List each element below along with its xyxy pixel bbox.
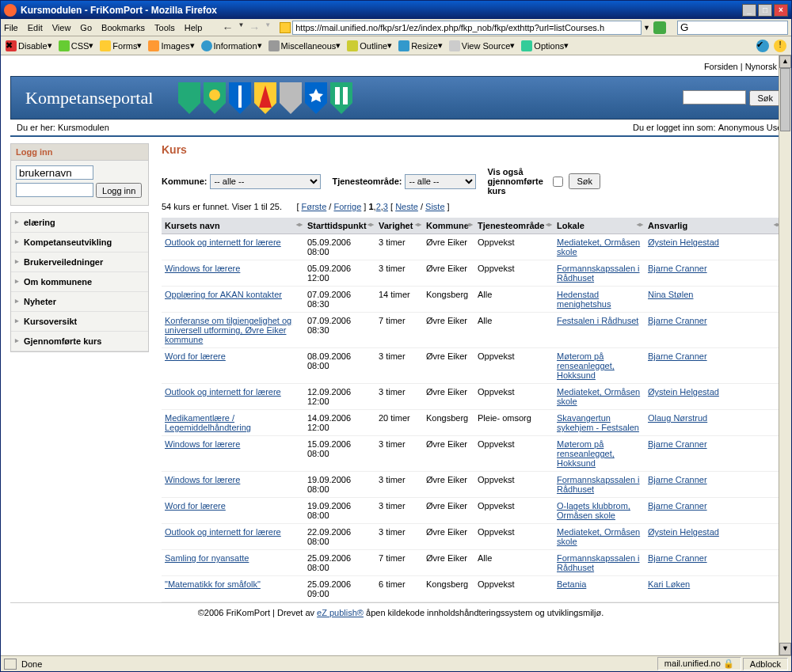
course-link[interactable]: Outlook og internett for lærere xyxy=(165,237,281,247)
scroll-thumb[interactable] xyxy=(780,68,790,131)
locale-link[interactable]: Festsalen i Rådhuset xyxy=(557,316,638,325)
menu-help[interactable]: Help xyxy=(185,23,203,32)
responsible-link[interactable]: Bjarne Cranner xyxy=(648,501,707,511)
col-kom[interactable]: Kommune◂▸ xyxy=(423,218,474,234)
responsible-link[interactable]: Bjarne Cranner xyxy=(648,264,707,273)
back-dropdown-icon[interactable]: ▼ xyxy=(238,21,244,34)
header-search-button[interactable]: Søk xyxy=(749,90,781,106)
course-link[interactable]: Opplæring for AKAN kontakter xyxy=(165,290,282,299)
tjeneste-select[interactable]: -- alle -- xyxy=(405,174,476,189)
sidebar-item-0[interactable]: elæring xyxy=(11,213,148,233)
scroll-down-button[interactable]: ▼ xyxy=(779,643,791,655)
course-link[interactable]: Konferanse om tilgjengelighet og univers… xyxy=(165,316,291,344)
course-link[interactable]: "Matematikk for småfolk" xyxy=(165,579,261,589)
menu-tools[interactable]: Tools xyxy=(154,23,175,32)
vis-checkbox[interactable] xyxy=(553,177,563,187)
password-input[interactable] xyxy=(16,183,93,197)
login-button[interactable]: Logg inn xyxy=(96,183,142,198)
course-link[interactable]: Word for lærere xyxy=(165,501,226,511)
course-link[interactable]: Medikamentlære / Legemiddelhåndtering xyxy=(165,413,251,432)
responsible-link[interactable]: Øystein Helgestad xyxy=(648,527,719,537)
menu-view[interactable]: View xyxy=(52,23,71,32)
locale-link[interactable]: Skavangertun sykehjem - Festsalen xyxy=(557,413,639,432)
menu-bookmarks[interactable]: Bookmarks xyxy=(101,23,145,32)
col-tjen[interactable]: Tjenesteområde◂▸ xyxy=(474,218,554,234)
forward-button[interactable]: → xyxy=(249,21,260,34)
page-first[interactable]: Første xyxy=(302,202,327,211)
page-last[interactable]: Siste xyxy=(425,202,444,211)
filter-search-button[interactable]: Søk xyxy=(569,173,600,189)
page-2[interactable]: 2 xyxy=(376,202,381,211)
go-button[interactable] xyxy=(653,21,666,34)
sidebar-item-5[interactable]: Kursoversikt xyxy=(11,312,148,332)
course-link[interactable]: Windows for lærere xyxy=(165,264,240,273)
content-scrollbar[interactable]: ▲ ▼ xyxy=(779,55,791,655)
course-link[interactable]: Windows for lærere xyxy=(165,475,240,484)
locale-link[interactable]: Betania xyxy=(557,579,586,589)
locale-link[interactable]: Mediateket, Ormåsen skole xyxy=(557,387,640,406)
col-dur[interactable]: Varighet◂▸ xyxy=(375,218,423,234)
back-button[interactable]: ← xyxy=(222,21,233,34)
sidebar-item-3[interactable]: Om kommunene xyxy=(11,272,148,292)
ez-link[interactable]: eZ publish® xyxy=(317,608,364,617)
sidebar-item-6[interactable]: Gjennomførte kurs xyxy=(11,332,148,351)
locale-link[interactable]: Mediateket, Ormåsen skole xyxy=(557,527,640,546)
dev-validate-icon[interactable]: ✔ xyxy=(756,40,769,52)
sidebar-item-2[interactable]: Brukerveiledninger xyxy=(11,252,148,272)
responsible-link[interactable]: Øystein Helgestad xyxy=(648,387,719,397)
course-link[interactable]: Word for lærere xyxy=(165,351,226,361)
dev-viewsource[interactable]: View Source▾ xyxy=(449,40,516,51)
dev-images[interactable]: Images▾ xyxy=(148,40,194,51)
url-dropdown-icon[interactable]: ▼ xyxy=(643,24,650,32)
dev-information[interactable]: Information▾ xyxy=(201,40,262,51)
page-prev[interactable]: Forrige xyxy=(333,202,361,211)
menu-edit[interactable]: Edit xyxy=(28,23,43,32)
col-start[interactable]: Starttidspunkt◂▸ xyxy=(304,218,375,234)
responsible-link[interactable]: Bjarne Cranner xyxy=(648,351,707,361)
kommune-select[interactable]: -- alle -- xyxy=(210,174,321,189)
scroll-up-button[interactable]: ▲ xyxy=(779,55,791,68)
locale-link[interactable]: Formannskapssalen i Rådhuset xyxy=(557,264,640,283)
search-engine-input[interactable] xyxy=(677,21,788,35)
course-link[interactable]: Outlook og internett for lærere xyxy=(165,527,281,537)
menu-file[interactable]: File xyxy=(4,23,18,32)
sidebar-item-1[interactable]: Kompetanseutvikling xyxy=(11,233,148,252)
responsible-link[interactable]: Bjarne Cranner xyxy=(648,475,707,484)
locale-link[interactable]: Møterom på renseanlegget, Hokksund xyxy=(557,439,615,468)
forward-dropdown-icon[interactable]: ▼ xyxy=(265,21,271,34)
dev-options[interactable]: Options▾ xyxy=(521,40,569,51)
minimize-button[interactable]: _ xyxy=(742,4,756,17)
col-name[interactable]: Kursets navn◂▸ xyxy=(162,218,304,234)
close-button[interactable]: × xyxy=(774,4,788,17)
dev-info-icon[interactable]: ! xyxy=(774,40,786,52)
col-lok[interactable]: Lokale◂▸ xyxy=(554,218,645,234)
dev-forms[interactable]: Forms▾ xyxy=(100,40,142,51)
locale-link[interactable]: Mediateket, Ormåsen skole xyxy=(557,237,640,256)
responsible-link[interactable]: Olaug Nørstrud xyxy=(648,413,707,423)
course-link[interactable]: Windows for lærere xyxy=(165,439,240,449)
status-adblock[interactable]: Adblock xyxy=(743,658,788,670)
link-nynorsk[interactable]: Nynorsk xyxy=(745,62,777,71)
menu-go[interactable]: Go xyxy=(80,23,92,32)
dev-disable[interactable]: ✖Disable▾ xyxy=(6,40,52,51)
username-input[interactable] xyxy=(16,165,93,180)
responsible-link[interactable]: Bjarne Cranner xyxy=(648,316,707,325)
link-forsiden[interactable]: Forsiden xyxy=(704,62,738,71)
page-3[interactable]: 3 xyxy=(383,202,388,211)
col-ans[interactable]: Ansvarlig◂▸ xyxy=(645,218,782,234)
locale-link[interactable]: Formannskapssalen i Rådhuset xyxy=(557,553,640,572)
responsible-link[interactable]: Øystein Helgestad xyxy=(648,237,719,247)
dev-resize[interactable]: Resize▾ xyxy=(398,40,443,51)
header-search-input[interactable] xyxy=(683,90,746,104)
course-link[interactable]: Outlook og internett for lærere xyxy=(165,387,281,397)
maximize-button[interactable]: □ xyxy=(758,4,772,17)
page-next[interactable]: Neste xyxy=(395,202,418,211)
url-input[interactable] xyxy=(292,21,642,35)
dev-css[interactable]: CSS▾ xyxy=(59,40,94,51)
dev-outline[interactable]: Outline▾ xyxy=(347,40,392,51)
responsible-link[interactable]: Bjarne Cranner xyxy=(648,439,707,449)
responsible-link[interactable]: Kari Løken xyxy=(648,579,690,589)
locale-link[interactable]: Formannskapssalen i Rådhuset xyxy=(557,475,640,494)
locale-link[interactable]: Møterom på renseanlegget, Hokksund xyxy=(557,351,615,380)
responsible-link[interactable]: Nina Stølen xyxy=(648,290,693,299)
